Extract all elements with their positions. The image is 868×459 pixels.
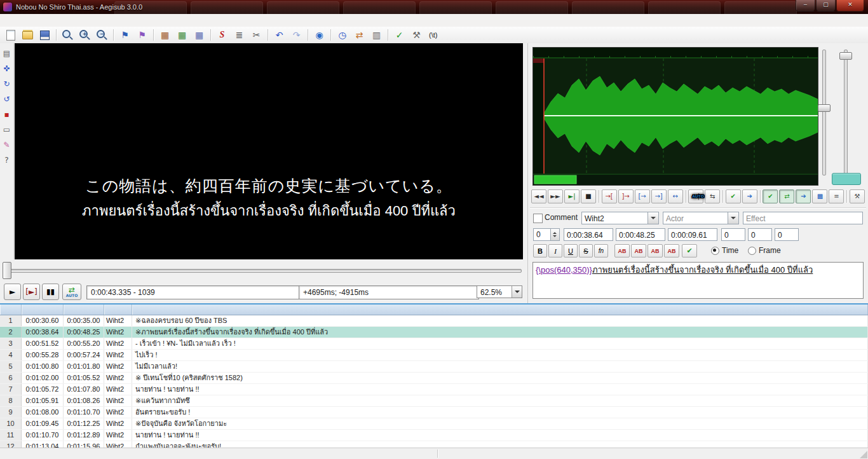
- subtitle-row[interactable]: 5 0:01:00.80 0:01:01.80 Wiht2 ไม่มีเวลาแ…: [0, 361, 868, 373]
- bold-button[interactable]: B: [533, 244, 547, 257]
- subtitle-row[interactable]: 7 0:01:05.72 0:01:07.80 Wiht2 นายท่าน ! …: [0, 384, 868, 395]
- chevron-down-icon[interactable]: [648, 212, 658, 224]
- shift-times-button[interactable]: ◷: [334, 28, 350, 43]
- audio-horizontal-zoom-thumb[interactable]: [818, 104, 831, 112]
- video-relative-time-display[interactable]: +4695ms; -4915ms: [299, 285, 479, 299]
- zoom-out-button[interactable]: −: [94, 28, 110, 43]
- video-time-display[interactable]: 0:00:43.335 - 1039: [86, 285, 300, 299]
- margin-vertical-field[interactable]: 0: [775, 228, 799, 241]
- video-pause-button[interactable]: ▮▮: [42, 284, 59, 300]
- video-jump-flag-button[interactable]: ⚑: [117, 28, 133, 43]
- audio-horizontal-zoom-slider[interactable]: [822, 50, 826, 175]
- subtitle-row[interactable]: 1 0:00:30.60 0:00:35.00 Wiht2 ※ฉลองครบรอ…: [0, 315, 868, 327]
- duration-field[interactable]: 0:00:09.61: [668, 228, 717, 241]
- keyframes-button[interactable]: ▦: [157, 28, 173, 43]
- timing-postprocessor-button[interactable]: ⇄: [351, 28, 367, 43]
- outline-color-button[interactable]: AB: [648, 244, 663, 257]
- frame-radio[interactable]: Frame: [748, 246, 781, 255]
- video-seek-slider[interactable]: [3, 269, 522, 273]
- primary-color-button[interactable]: AB: [614, 244, 630, 257]
- play-icon: ►: [10, 289, 15, 296]
- start-time-field[interactable]: 0:00:38.64: [564, 228, 613, 241]
- help-globe-button[interactable]: ◉: [311, 28, 327, 43]
- chevron-down-icon[interactable]: [728, 212, 738, 224]
- subtitle-row[interactable]: 8 0:01:05.91 0:01:08.26 Wiht2 ※แคว้นทากา…: [0, 395, 868, 407]
- comment-checkbox[interactable]: [533, 214, 543, 223]
- subtitle-row[interactable]: 2 0:00:38.64 0:00:48.25 Wiht2 ※ภาพยนตร์เ…: [0, 327, 868, 338]
- video-seek-thumb[interactable]: [3, 262, 11, 279]
- undo-button[interactable]: ↶: [271, 28, 287, 43]
- zoom-in-button[interactable]: +: [77, 28, 93, 43]
- chevron-down-icon[interactable]: [512, 286, 522, 298]
- video-play-line-button[interactable]: [►]: [23, 284, 40, 300]
- video-play-button[interactable]: ►: [4, 284, 21, 300]
- tool-vector-clip-button[interactable]: ✎: [1, 139, 13, 151]
- select-lines-button[interactable]: ▥: [369, 28, 384, 43]
- options-button[interactable]: ⚒: [409, 28, 424, 43]
- snap-to-scene-button[interactable]: ▦: [191, 28, 207, 43]
- close-button[interactable]: ✕: [836, 0, 864, 11]
- secondary-color-button[interactable]: AB: [631, 244, 646, 257]
- find-button[interactable]: [60, 28, 76, 43]
- minimize-button[interactable]: –: [796, 0, 815, 11]
- underline-button[interactable]: U: [564, 244, 578, 257]
- row-text: ※ปัจจุบันคือ จังหวัดโอกายามะ: [132, 418, 868, 429]
- audio-waveform[interactable]: [533, 48, 818, 185]
- col-number[interactable]: [0, 305, 22, 315]
- redo-button[interactable]: ↷: [288, 28, 304, 43]
- tool-clip-button[interactable]: ▭: [1, 123, 13, 136]
- col-text[interactable]: [132, 305, 868, 315]
- properties-button[interactable]: ≣: [231, 28, 247, 43]
- spell-checker-button[interactable]: ✓: [391, 28, 407, 43]
- font-button[interactable]: fn: [594, 244, 608, 257]
- strikeout-button[interactable]: S: [579, 244, 593, 257]
- time-radio[interactable]: Time: [711, 246, 738, 255]
- video-details-button[interactable]: ▦: [174, 28, 190, 43]
- audio-volume-link-button[interactable]: [832, 173, 861, 185]
- layer-stepper[interactable]: 0: [533, 228, 560, 241]
- style-select[interactable]: Wiht2: [581, 212, 659, 224]
- margin-left-field[interactable]: 0: [721, 228, 745, 241]
- open-subtitles-button[interactable]: [20, 28, 36, 43]
- tool-rotate-z-button[interactable]: ↻: [1, 78, 13, 90]
- shadow-color-button[interactable]: AB: [664, 244, 679, 257]
- col-end[interactable]: [64, 305, 104, 315]
- audio-vertical-zoom-slider[interactable]: [844, 50, 848, 175]
- subtitle-row[interactable]: 11 0:01:10.70 0:01:12.89 Wiht2 นายท่าน !…: [0, 430, 868, 441]
- margin-right-field[interactable]: 0: [748, 228, 772, 241]
- italic-button[interactable]: I: [548, 244, 562, 257]
- subtitle-row[interactable]: 9 0:01:08.00 0:01:10.70 Wiht2 อันตรายนะข…: [0, 407, 868, 418]
- col-start[interactable]: [22, 305, 64, 315]
- new-subtitles-button[interactable]: [3, 28, 18, 43]
- end-time-field[interactable]: 0:00:48.25: [616, 228, 665, 241]
- tool-standard-button[interactable]: ▤: [1, 47, 13, 60]
- stepper-arrows-icon[interactable]: [550, 229, 559, 240]
- comment-label: Comment: [545, 213, 578, 222]
- video-preview[interactable]: この物語は、約四百年前の史実に基づいている。 ภาพยนตร์เรื่องนี้…: [15, 43, 523, 259]
- subtitle-text-editor[interactable]: {\pos(640,350)}ภาพยนตร์เรื่องนี้สร้างขึ้…: [532, 262, 864, 299]
- actor-select[interactable]: Actor: [663, 212, 739, 224]
- styles-manager-button[interactable]: S: [214, 28, 230, 43]
- video-zoom-select[interactable]: 62.5%: [477, 285, 522, 298]
- tool-help-button[interactable]: ?: [1, 154, 13, 167]
- attachments-button[interactable]: ✂: [248, 28, 264, 43]
- tool-drag-button[interactable]: ✜: [1, 62, 13, 75]
- audio-display[interactable]: [532, 47, 818, 186]
- maximize-button[interactable]: ▢: [816, 0, 836, 11]
- audio-vertical-zoom-thumb[interactable]: [839, 52, 852, 60]
- subtitle-row[interactable]: 10 0:01:09.45 0:01:12.25 Wiht2 ※ปัจจุบัน…: [0, 418, 868, 430]
- video-auto-seek-toggle[interactable]: ⇄ AUTO: [62, 284, 81, 300]
- toolbar-button-icon: ⚑: [138, 30, 146, 40]
- audio-jump-flag-button[interactable]: ⚑: [134, 28, 150, 43]
- col-style[interactable]: [104, 305, 132, 315]
- effect-field[interactable]: Effect: [743, 212, 863, 224]
- subtitle-row[interactable]: 4 0:00:55.28 0:00:57.24 Wiht2 ไปเร็ว !: [0, 350, 868, 361]
- tool-scale-button[interactable]: ▪: [1, 108, 13, 121]
- tool-rotate-xy-button[interactable]: ↺: [1, 93, 13, 106]
- subtitle-row[interactable]: 6 0:01:02.00 0:01:05.52 Wiht2 ※ ปีเทนโชท…: [0, 373, 868, 384]
- subtitle-row[interactable]: 3 0:00:51.52 0:00:55.20 Wiht2 - เร็วเข้า…: [0, 338, 868, 350]
- resize-grip[interactable]: [860, 451, 867, 458]
- auto-scroll-toggle[interactable]: ➔AUTO: [796, 189, 811, 203]
- commit-edit-button[interactable]: ✔: [682, 244, 697, 257]
- save-subtitles-button[interactable]: [37, 28, 53, 43]
